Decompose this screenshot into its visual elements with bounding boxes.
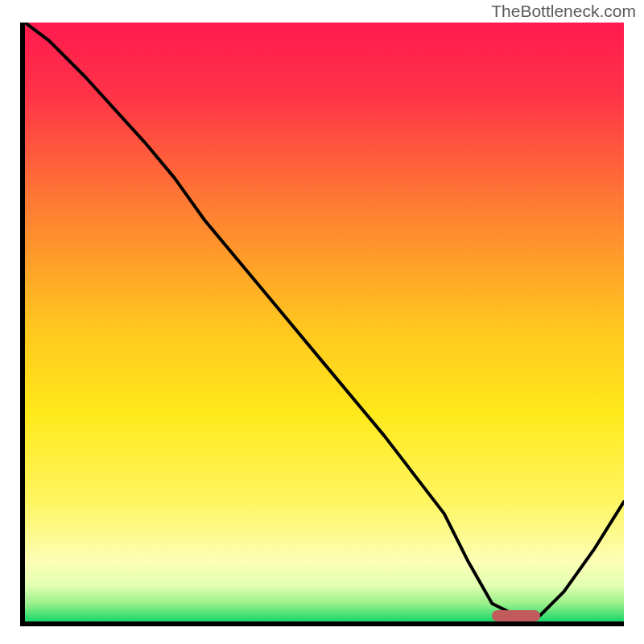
bottleneck-curve (25, 23, 624, 621)
plot-frame (20, 23, 624, 626)
chart-container: TheBottleneck.com (0, 0, 644, 644)
watermark-text: TheBottleneck.com (491, 2, 636, 21)
optimal-range-marker (492, 610, 540, 621)
